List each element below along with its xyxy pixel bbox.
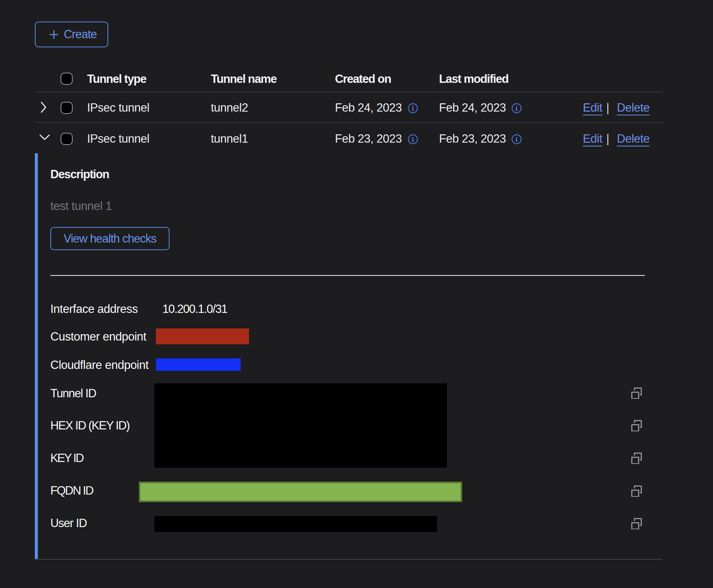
svg-text:i: i xyxy=(412,135,414,143)
svg-text:i: i xyxy=(515,104,517,112)
svg-text:i: i xyxy=(515,135,517,143)
svg-text:i: i xyxy=(412,104,414,112)
